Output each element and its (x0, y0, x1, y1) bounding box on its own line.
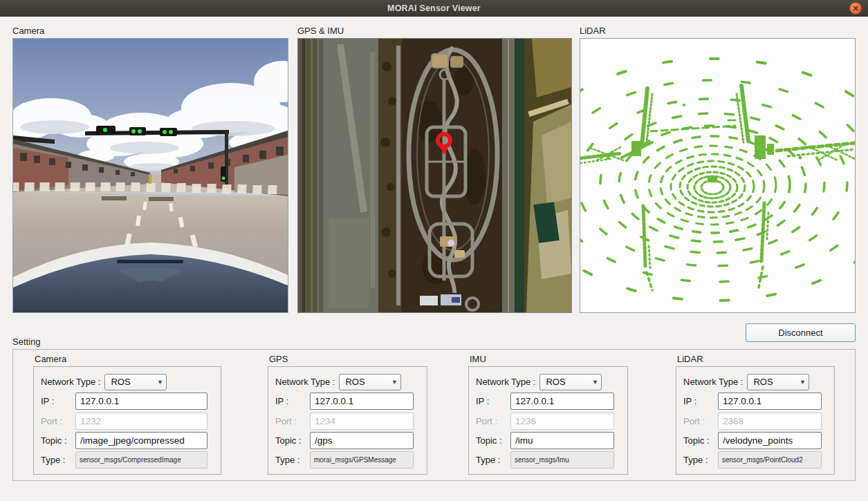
lidar-network-type-select[interactable]: ROS ▼ (747, 374, 809, 390)
camera-network-type-select[interactable]: ROS ▼ (104, 374, 167, 390)
setting-section-label: Setting (12, 337, 40, 347)
ip-label: IP : (275, 396, 310, 406)
topic-label: Topic : (476, 435, 510, 446)
ip-label: IP : (41, 396, 75, 406)
topic-label: Topic : (275, 435, 310, 446)
camera-viewport (12, 38, 288, 313)
lidar-panel-label: LiDAR (580, 26, 606, 36)
network-type-label: Network Type : (683, 377, 743, 387)
gps-imu-panel-label: GPS & IMU (297, 26, 344, 36)
imu-port-input (510, 413, 614, 430)
chevron-down-icon: ▼ (154, 375, 166, 390)
gps-port-input (310, 413, 414, 430)
gps-network-type-select[interactable]: ROS ▼ (339, 374, 401, 390)
group-label: IMU (470, 354, 628, 364)
chevron-down-icon: ▼ (589, 375, 601, 390)
lidar-type-input (718, 451, 822, 469)
imu-topic-input[interactable] (510, 432, 614, 449)
group-label: GPS (269, 354, 427, 364)
network-type-label: Network Type : (476, 377, 535, 387)
gps-imu-viewport (297, 38, 572, 313)
type-label: Type : (476, 455, 510, 465)
lidar-pointcloud (580, 39, 855, 312)
imu-type-input (510, 451, 614, 469)
lidar-settings-group: LiDAR Network Type : ROS ▼ IP : Port : T… (676, 354, 835, 475)
group-label: Camera (35, 354, 221, 364)
gps-settings-group: GPS Network Type : ROS ▼ IP : Port : Top… (268, 354, 427, 475)
camera-panel-label: Camera (12, 26, 44, 36)
network-type-label: Network Type : (41, 377, 100, 387)
lidar-ip-input[interactable] (718, 393, 822, 410)
gps-topic-input[interactable] (310, 432, 414, 449)
imu-settings-group: IMU Network Type : ROS ▼ IP : Port : Top… (468, 354, 628, 475)
lidar-port-input (718, 413, 822, 430)
window-title: MORAI Sensor Viewer (387, 3, 481, 13)
port-label: Port : (683, 416, 718, 426)
port-label: Port : (275, 416, 310, 426)
imu-network-type-select[interactable]: ROS ▼ (539, 374, 602, 390)
topic-label: Topic : (683, 435, 718, 446)
ip-label: IP : (683, 396, 718, 406)
close-icon: ✕ (852, 4, 858, 12)
lidar-viewport (580, 38, 856, 313)
type-label: Type : (683, 455, 718, 465)
type-label: Type : (275, 455, 310, 465)
camera-settings-group: Camera Network Type : ROS ▼ IP : Port : … (33, 354, 221, 475)
camera-port-input (75, 413, 207, 430)
gps-satellite-map (298, 39, 571, 312)
group-label: LiDAR (677, 354, 835, 364)
camera-topic-input[interactable] (75, 432, 207, 449)
lidar-topic-input[interactable] (718, 432, 822, 449)
camera-ip-input[interactable] (75, 393, 207, 410)
camera-type-input (75, 451, 207, 469)
imu-ip-input[interactable] (510, 393, 614, 410)
chevron-down-icon: ▼ (796, 375, 809, 390)
type-label: Type : (41, 455, 75, 465)
port-label: Port : (41, 416, 75, 426)
gps-type-input (310, 451, 414, 469)
disconnect-button[interactable]: Disconnect (746, 323, 856, 342)
chevron-down-icon: ▼ (388, 375, 400, 390)
camera-scene-image (13, 39, 288, 312)
topic-label: Topic : (41, 435, 75, 446)
gps-ip-input[interactable] (310, 393, 414, 410)
ip-label: IP : (476, 396, 510, 406)
window-titlebar: MORAI Sensor Viewer ✕ (0, 0, 868, 17)
close-button[interactable]: ✕ (849, 2, 862, 15)
network-type-label: Network Type : (275, 377, 335, 387)
port-label: Port : (476, 416, 510, 426)
